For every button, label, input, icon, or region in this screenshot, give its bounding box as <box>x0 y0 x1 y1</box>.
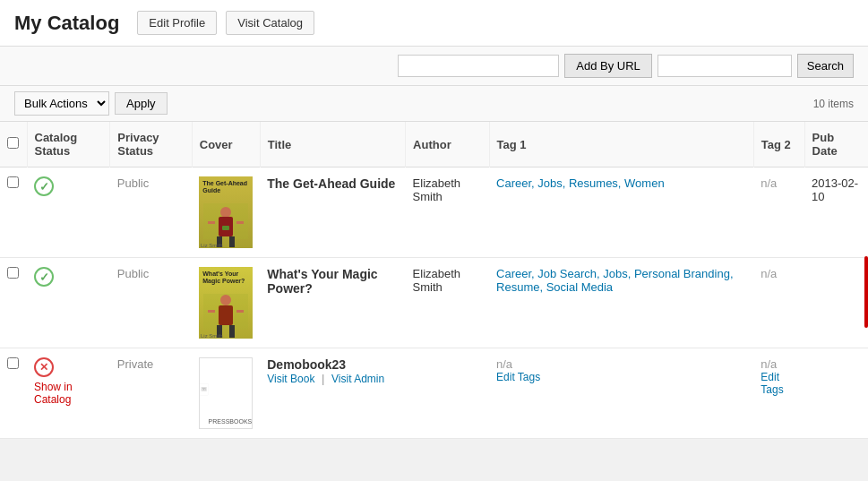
col-title: Title <box>260 122 405 167</box>
row1-checkbox[interactable] <box>7 176 19 188</box>
table-row: Show in Catalog Private PRESSB <box>0 348 868 439</box>
edit-profile-button[interactable]: Edit Profile <box>137 11 217 35</box>
col-author: Author <box>406 122 489 167</box>
bulk-actions-toolbar: Bulk Actions Apply 10 items <box>0 86 868 122</box>
row3-cover: PRESSBOOKS <box>192 348 260 439</box>
book2-cover-title: What's Your Magic Power? <box>202 271 249 286</box>
svg-rect-11 <box>219 305 233 325</box>
col-cover: Cover <box>192 122 260 167</box>
row1-cover: The Get-Ahead Guide Liz Smith <box>192 167 260 258</box>
svg-text:Liz Smith: Liz Smith <box>201 243 223 248</box>
row1-title-cell: The Get-Ahead Guide <box>260 167 405 258</box>
row3-tag2: n/a Edit Tags <box>753 348 804 439</box>
search-url-area: Add By URL Search <box>398 54 854 78</box>
row3-checkbox-cell <box>0 348 27 439</box>
col-catalog-status: Catalog Status <box>27 122 110 167</box>
visit-book-link[interactable]: Visit Book <box>267 373 314 385</box>
table-header-row: Catalog Status Privacy Status Cover Titl… <box>0 122 868 167</box>
row1-author: Elizabeth Smith <box>406 167 489 258</box>
row2-tag1: Career, Job Search, Jobs, Personal Brand… <box>489 258 753 348</box>
row2-cover: What's Your Magic Power? Liz Smith <box>192 258 260 348</box>
url-input[interactable] <box>398 55 559 77</box>
row1-tag2: n/a <box>753 167 804 258</box>
book1-cover-title: The Get-Ahead Guide <box>202 180 249 195</box>
row1-pub-date: 2013-02-10 <box>804 167 868 258</box>
catalog-table: Catalog Status Privacy Status Cover Titl… <box>0 122 868 439</box>
row1-checkbox-cell <box>0 167 27 258</box>
row1-tag1: Career, Jobs, Resumes, Women <box>489 167 753 258</box>
search-toolbar: Add By URL Search <box>0 47 868 86</box>
col-privacy-status: Privacy Status <box>110 122 192 167</box>
search-button[interactable]: Search <box>797 54 854 78</box>
col-checkbox <box>0 122 27 167</box>
row3-pub-date <box>804 348 868 439</box>
apply-button[interactable]: Apply <box>115 92 168 115</box>
svg-rect-5 <box>208 221 215 224</box>
book1-cover-image: The Get-Ahead Guide Liz Smith <box>199 176 253 248</box>
svg-rect-13 <box>229 325 235 338</box>
svg-rect-6 <box>236 221 244 224</box>
svg-point-10 <box>220 295 231 305</box>
add-by-url-button[interactable]: Add By URL <box>564 54 652 78</box>
row1-catalog-status <box>27 167 110 258</box>
row2-checkbox[interactable] <box>7 267 19 279</box>
book2-cover-image: What's Your Magic Power? Liz Smith <box>199 267 253 339</box>
book3-cover-image: PRESSBOOKS <box>199 357 253 429</box>
table-row: Public What's Your Magic Power? <box>0 258 868 348</box>
row3-author <box>406 348 489 439</box>
row2-checkbox-cell <box>0 258 27 348</box>
row2-pub-date <box>804 258 868 348</box>
row2-author: Elizabeth Smith <box>406 258 489 348</box>
row3-checkbox[interactable] <box>7 357 19 369</box>
svg-point-1 <box>220 207 231 218</box>
book3-cover-illustration <box>200 355 208 425</box>
svg-rect-15 <box>236 310 244 313</box>
select-all-checkbox[interactable] <box>7 137 19 149</box>
row3-book-links: Visit Book | Visit Admin <box>267 372 398 385</box>
row2-privacy: Public <box>110 258 192 348</box>
book1-cover-illustration: Liz Smith <box>199 199 253 248</box>
edit-tags-1-link[interactable]: Edit Tags <box>496 371 746 383</box>
scrollbar-indicator[interactable] <box>864 256 868 328</box>
visit-catalog-button[interactable]: Visit Catalog <box>226 11 314 35</box>
catalog-table-container: Catalog Status Privacy Status Cover Titl… <box>0 122 868 439</box>
svg-rect-21 <box>205 389 206 390</box>
catalog-status-check-icon <box>34 176 54 196</box>
link-separator: | <box>322 372 324 385</box>
col-tag2: Tag 2 <box>753 122 804 167</box>
row2-tag2: n/a <box>753 258 804 348</box>
search-input[interactable] <box>657 55 792 77</box>
item-count: 10 items <box>168 98 854 110</box>
svg-text:Liz Smith: Liz Smith <box>201 333 223 339</box>
col-pub-date: Pub Date <box>804 122 868 167</box>
row3-catalog-status: Show in Catalog <box>27 348 110 439</box>
svg-rect-7 <box>222 226 229 230</box>
col-tag1: Tag 1 <box>489 122 753 167</box>
page-title: My Catalog <box>14 12 119 35</box>
row2-catalog-status <box>27 258 110 348</box>
visit-admin-link[interactable]: Visit Admin <box>331 373 384 385</box>
svg-rect-20 <box>202 389 203 390</box>
catalog-status-x-icon <box>34 357 54 377</box>
row1-privacy: Public <box>110 167 192 258</box>
edit-tags-2-link[interactable]: Edit Tags <box>761 371 797 396</box>
catalog-status-check-icon <box>34 267 54 287</box>
bulk-actions-select[interactable]: Bulk Actions <box>14 91 109 116</box>
row3-tag1: n/a Edit Tags <box>489 348 753 439</box>
svg-rect-4 <box>229 236 235 247</box>
svg-rect-14 <box>208 310 215 313</box>
pressbooks-logo: PRESSBOOKS <box>209 418 253 425</box>
top-bar: My Catalog Edit Profile Visit Catalog <box>0 0 868 47</box>
row2-title-cell: What's Your Magic Power? <box>260 258 405 348</box>
show-in-catalog-label: Show in Catalog <box>34 381 103 406</box>
row3-privacy: Private <box>110 348 192 439</box>
row3-title-cell: Demobook23 Visit Book | Visit Admin <box>260 348 405 439</box>
table-row: Public The Get-Ahead Guide <box>0 167 868 258</box>
book2-cover-illustration: Liz Smith <box>199 289 253 339</box>
